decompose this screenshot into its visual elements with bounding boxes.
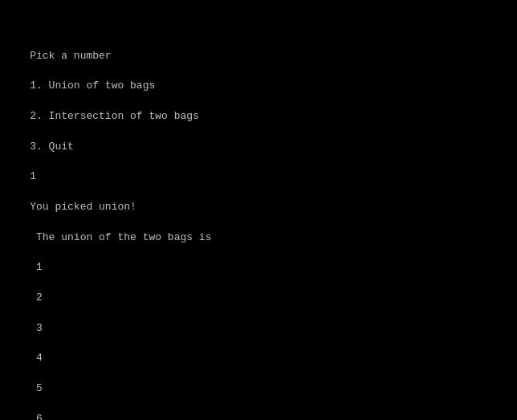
line-3: 2. Intersection of two bags (30, 110, 199, 122)
line-10: 3 (30, 322, 43, 334)
line-9: 2 (30, 292, 43, 304)
terminal-output: Pick a number 1. Union of two bags 2. In… (5, 34, 512, 420)
line-2: 1. Union of two bags (30, 80, 155, 92)
line-6: You picked union! (30, 201, 136, 213)
terminal-window: Pick a number 1. Union of two bags 2. In… (0, 0, 517, 420)
line-13: 6 (30, 413, 43, 420)
line-8: 1 (30, 261, 43, 273)
line-1: Pick a number (30, 50, 111, 62)
line-12: 5 (30, 382, 43, 394)
line-7: The union of the two bags is (30, 231, 211, 243)
line-5: 1 (30, 170, 36, 182)
line-4: 3. Quit (30, 141, 74, 153)
line-11: 4 (30, 352, 43, 364)
